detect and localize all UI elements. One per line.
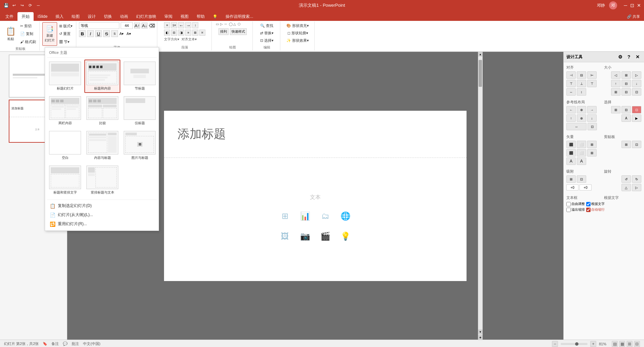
rotate-cw-btn[interactable]: ↻	[632, 175, 641, 183]
vector-btn6[interactable]: ⊞	[587, 149, 597, 157]
menu-from-outline[interactable]: 📄 幻灯片(从大纲)(L)...	[47, 210, 157, 219]
grid-left-btn[interactable]: ←	[566, 106, 576, 113]
grid-crop-btn[interactable]: ⊡	[588, 123, 597, 130]
align-left-btn[interactable]: ◧	[164, 30, 170, 36]
tab-view[interactable]: 视图	[176, 12, 193, 21]
select-same-btn[interactable]: ⊟	[621, 106, 631, 113]
insert-online-icon[interactable]: 🌐	[337, 208, 354, 224]
align-right-btn[interactable]: ◨	[178, 30, 184, 36]
layout-btn[interactable]: ⊞ 版式▾	[58, 23, 74, 30]
tab-insert[interactable]: 插入	[51, 12, 68, 21]
share-btn[interactable]: 🔗 共享	[623, 12, 644, 21]
slide-sorter-btn[interactable]: ▦	[619, 341, 625, 347]
tab-search-icon[interactable]: 💡	[209, 12, 222, 21]
layout-title-content[interactable]: ⬛ ⬛ ⬛ ⬛ 标题和内容	[84, 60, 120, 93]
align-center-btn[interactable]: ⊟	[171, 30, 177, 36]
align-center-h-btn[interactable]: ⊟	[577, 71, 586, 79]
select-red-btn[interactable]: ⊡	[632, 106, 641, 113]
select-type-btn[interactable]: A	[621, 114, 631, 122]
line-spacing-btn[interactable]: ↕	[192, 22, 198, 28]
indent-dec-btn[interactable]: ←	[178, 22, 184, 28]
layout-title-vert[interactable]: 标题和竖排文字	[47, 164, 83, 197]
shape-effect-btn[interactable]: ✨ 形状效果▾	[285, 37, 310, 44]
size-expand-btn[interactable]: ▷	[632, 71, 641, 79]
shape-item[interactable]: ⬡	[238, 22, 242, 26]
textfit-check[interactable]	[586, 202, 591, 206]
tab-review[interactable]: 审阅	[160, 12, 176, 21]
size-special-btn[interactable]: ⊡	[632, 88, 641, 96]
font-highlight-btn[interactable]: A▾	[126, 32, 131, 36]
find-btn[interactable]: 🔍 查找	[259, 22, 275, 29]
scroll-down-btn[interactable]: ▼	[478, 329, 483, 334]
align-left-btn[interactable]: ⊣	[566, 71, 576, 79]
insert-picture-icon[interactable]: 🖼	[277, 228, 293, 245]
slide-title-area[interactable]: 添加标题	[164, 111, 467, 158]
insert-smartart-icon[interactable]: 🗂	[317, 208, 334, 224]
reading-view-btn[interactable]: ⊞	[627, 341, 633, 347]
size-h-expand-btn[interactable]: ↓	[632, 80, 641, 87]
font-name-input[interactable]	[79, 22, 119, 29]
bullet-list-btn[interactable]: ≡	[164, 22, 170, 28]
layout-vert-title[interactable]: 竖排标题与文本	[84, 164, 120, 197]
dist-v-btn[interactable]: ↕	[577, 88, 586, 96]
tab-slideshow[interactable]: 幻灯片放映	[132, 12, 160, 21]
layout-content-title[interactable]: 内容与标题	[84, 129, 120, 162]
clip-btn2[interactable]: ⊡	[632, 141, 641, 148]
tab-help[interactable]: 帮助	[193, 12, 209, 21]
align-bottom-btn[interactable]: ⊤	[587, 80, 597, 87]
tab-file[interactable]: 文件	[1, 12, 17, 21]
presentation-btn[interactable]: ⊟	[634, 341, 640, 347]
shape-outline-btn[interactable]: ◻ 形状轮廓▾	[286, 30, 310, 36]
snap-x-input[interactable]	[566, 184, 578, 190]
insert-video-icon[interactable]: 🎬	[317, 228, 334, 245]
format-painter-btn[interactable]: 🖌 格式刷	[19, 38, 37, 45]
cut-btn[interactable]: ✂ 剪切	[19, 23, 37, 30]
vector-a2-btn[interactable]: A	[577, 158, 586, 165]
select-btn[interactable]: ⊡ 选择▾	[259, 37, 275, 44]
layout-img-title[interactable]: 🖼 图片与标题	[122, 129, 158, 162]
size-h-equal-btn[interactable]: ⊟	[621, 80, 631, 87]
shape-fill-btn[interactable]: 🎨 形状填充▾	[285, 22, 310, 29]
close-btn[interactable]: ✕	[637, 3, 641, 8]
quick-style-btn[interactable]: 快速样式	[230, 28, 247, 35]
scroll-up-btn[interactable]: ▲	[478, 52, 483, 57]
scroll-thumb[interactable]	[479, 60, 482, 87]
strikethrough-btn[interactable]: S	[103, 30, 110, 37]
restore-btn[interactable]: ⊡	[630, 3, 635, 8]
autofit-check[interactable]	[586, 208, 591, 212]
insert-more-icon[interactable]: 💡	[337, 228, 354, 245]
reset-btn[interactable]: ↺ 重置	[58, 31, 74, 37]
insert-chart-icon[interactable]: 📊	[297, 208, 314, 224]
close-panel-icon[interactable]: ✕	[634, 53, 641, 61]
user-avatar[interactable]: 邓	[609, 1, 617, 9]
vector-btn5[interactable]: ⬜	[577, 149, 586, 157]
size-h-shrink-btn[interactable]: ↑	[611, 80, 620, 87]
layout-title-slide[interactable]: 标题幻灯片	[47, 60, 83, 93]
grid-right-btn[interactable]: →	[587, 106, 597, 113]
vector-btn3[interactable]: ⊞	[587, 141, 597, 148]
align-middle-btn[interactable]: ⊥	[577, 80, 586, 87]
layout-section[interactable]: 节标题	[122, 60, 158, 93]
layout-blank[interactable]: 空白	[47, 129, 83, 162]
overflow-check[interactable]	[566, 208, 571, 212]
grid-vcenter-btn[interactable]: ⊕	[577, 114, 586, 122]
snap-btn1[interactable]: ⊞	[566, 175, 576, 183]
slide-canvas[interactable]: 添加标题 文本 ⊞ 📊 🗂 🌐 🖼 📷 🎬 💡	[164, 111, 467, 281]
layout-title-only[interactable]: 仅标题	[122, 94, 158, 128]
num-list-btn[interactable]: 1≡	[171, 22, 177, 28]
more-btn[interactable]: ─	[35, 2, 42, 9]
align-top-btn[interactable]: ⊤	[566, 80, 576, 87]
help-icon[interactable]: ?	[625, 53, 633, 61]
font-color-btn[interactable]: A▾	[119, 32, 124, 36]
vector-btn2[interactable]: ⬜	[577, 141, 586, 148]
menu-duplicate-slide[interactable]: 📋 复制选定幻灯片(D)	[47, 201, 157, 210]
refresh-btn[interactable]: ⟳	[27, 2, 34, 9]
size-topleft-btn[interactable]: ⊞	[611, 88, 620, 96]
italic-btn[interactable]: I	[87, 30, 94, 37]
size-shrink-btn[interactable]: ◁	[611, 71, 620, 79]
new-slide-btn[interactable]: 📑 新建幻灯片	[42, 22, 57, 46]
grid-expand-btn[interactable]: ↔	[566, 123, 587, 130]
tab-home[interactable]: 开始	[17, 12, 34, 21]
size-equal-btn[interactable]: ⊞	[621, 71, 631, 79]
layout-two-col[interactable]: 两栏内容	[47, 94, 83, 128]
